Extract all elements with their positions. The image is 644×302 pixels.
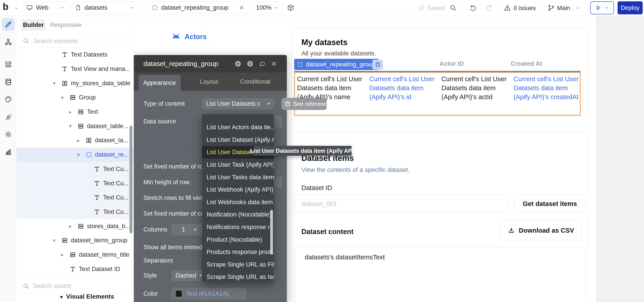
rail-divider[interactable] [0,51,16,56]
tree-item-dataset-table[interactable]: ▾ dataset_table... [16,119,134,133]
elements-panel: Builder Responsive Text Datasets Text Vi… [16,16,134,302]
tree-expand-arrow[interactable]: ▸ [61,251,70,258]
tree-expand-arrow[interactable]: ▸ [69,109,78,115]
comment-icon[interactable] [258,60,266,67]
tab-responsive[interactable]: Responsive [50,16,82,34]
tree-item-dataset-items-title[interactable]: ▸ dataset_items_title [16,248,134,262]
search-assets-input[interactable] [32,280,128,291]
zoom-select[interactable]: 100% [252,2,282,14]
tree-expand-arrow[interactable]: ▾ [69,123,78,129]
chevron-down-icon [130,5,135,10]
tree-item-dataset-repeating-group[interactable]: ▾ dataset_re... [16,148,134,162]
tab-appearance[interactable]: Appearance [138,75,180,91]
tree-item-icon [70,94,76,101]
sitemap-icon[interactable] [0,33,16,51]
tree-expand-arrow[interactable]: ▾ [53,237,62,244]
tab-layout[interactable]: Layout [197,72,222,91]
tree-item-text-view[interactable]: Text View and mana... [16,62,134,76]
option-list-webhook[interactable]: List Webhook (Apify API) [202,184,274,196]
logo-chevron-icon[interactable] [14,6,19,11]
tree-item-text[interactable]: ▸ Text [16,105,134,119]
tree-item-text-datasets[interactable]: Text Datasets [16,48,134,62]
page-select[interactable]: datasets [71,2,138,14]
issues-count[interactable]: 0 issues [514,5,536,12]
download-csv-button[interactable]: Download as CSV [500,220,582,240]
component-cube-icon[interactable] [287,4,294,12]
plugin-icon[interactable] [0,108,16,126]
undo-icon[interactable] [470,4,477,12]
tab-builder[interactable]: Builder [22,19,45,31]
data-source-badge[interactable] [372,60,383,70]
tree-item-dataset-ta[interactable]: ▸ dataset_ta... [16,133,134,148]
tree-item-text-cu-4[interactable]: Text Cu... [16,205,134,219]
redo-icon[interactable] [485,4,492,12]
type-of-content-select[interactable]: List User Datasets c▾ [202,98,274,109]
repeating-group-icon [297,62,303,67]
tree-item-text-cu-1[interactable]: Text Cu... [16,162,134,176]
separator-color-picker[interactable]: Text (#1A1A1A) [172,288,246,299]
platform-select[interactable]: Web [22,2,68,14]
info-icon[interactable] [246,60,254,67]
tree-item-text-dataset-id[interactable]: Text Dataset ID [16,262,134,276]
pencil-icon[interactable] [0,16,16,33]
cell-id[interactable]: Current cell's List User Datasets data i… [369,74,442,101]
dropdown-scrollbar[interactable] [270,210,273,255]
tree-item-text-cu-3[interactable]: Text Cu... [16,191,134,205]
search-icon[interactable] [450,4,457,12]
selected-element-chip[interactable]: dataset_repeating_group [294,59,379,70]
cell-actid[interactable]: Current cell's List User Datasets data i… [442,74,514,101]
settings-icon[interactable] [0,126,16,143]
get-dataset-items-button[interactable]: Get dataset items [514,195,586,213]
option-list-user-dataset[interactable]: List User Dataset (Apify A... [202,134,274,146]
option-list-user-tasks-item[interactable]: List User Tasks data item... [202,171,274,184]
tree-item-text-cu-2[interactable]: Text Cu... [16,176,134,191]
logs-icon[interactable] [0,143,16,161]
tree-scrollbar[interactable] [130,126,132,233]
element-tab[interactable]: dataset_repeating_group [148,2,248,14]
option-notification[interactable]: Notification (Nocodable) [202,208,274,221]
chevron-down-icon[interactable] [576,6,580,11]
separator-style-select[interactable]: Dashed▾ [172,270,206,281]
option-scrape-url-file[interactable]: Scrape Single URL as File ... [202,258,274,271]
section-collapse-arrow[interactable]: ▼ [59,294,64,300]
palette-icon[interactable] [0,91,16,108]
tree-item-stores-data-b[interactable]: ▸ stores_data_b... [16,219,134,233]
inspector-header[interactable]: dataset_repeating_group [134,55,287,72]
deploy-button[interactable]: Deploy [618,1,643,14]
option-list-user-actors[interactable]: List User Actors data ite... [202,121,274,134]
tab-conditional[interactable]: Conditional [238,72,272,91]
tree-item-group[interactable]: ▾ Group [16,90,134,105]
tree-expand-arrow[interactable]: ▾ [53,80,62,86]
tree-expand-arrow[interactable]: ▾ [61,94,70,101]
close-icon[interactable] [271,61,277,67]
visual-elements-section[interactable]: ▼ Visual Elements [16,293,134,302]
option-list-user-task[interactable]: List User Task (Apify API) [202,159,274,171]
cell-name[interactable]: Current cell's List User Datasets data i… [297,74,369,101]
option-products-response[interactable]: Products response prod... [202,246,274,258]
tree-item-dataset-items-group[interactable]: ▾ dataset_items_group [16,233,134,248]
components-icon[interactable] [0,56,16,73]
actors-heading: Actors [171,32,206,42]
dataset-content-box[interactable]: datasets's datasetItemsText [294,247,586,302]
option-scrape-url-iso[interactable]: Scrape Single URL as Iso... [202,271,274,281]
see-reference-tooltip[interactable]: See reference [282,98,327,110]
tree-expand-arrow[interactable]: ▸ [69,223,78,229]
app-logo[interactable]: b [3,1,8,12]
toolbar-divider [498,3,498,13]
tree-expand-arrow[interactable]: ▸ [77,137,86,143]
option-list-webhooks-item[interactable]: List Webhooks data item ... [202,196,274,209]
preview-button[interactable] [590,1,614,14]
database-icon[interactable] [0,73,16,91]
option-product[interactable]: Product (Nocodable) [202,233,274,246]
search-elements-input[interactable] [32,36,128,47]
tree-item-my-stores-data-table[interactable]: ▾ my_stores_data_table [16,76,134,90]
branch-name[interactable]: Main [557,5,570,12]
database-mini-icon [375,62,381,68]
tree-item-dataset-items-in[interactable]: ▸ dataset_items_in... [16,276,134,279]
cell-createdat[interactable]: Current cell's List User Datasets data i… [514,74,586,101]
dataset-id-input[interactable] [295,195,507,213]
option-notifications-response[interactable]: Notifications response n... [202,221,274,234]
run-element-icon[interactable] [234,60,242,67]
close-icon[interactable] [239,5,244,11]
tree-expand-arrow[interactable]: ▾ [77,152,86,158]
